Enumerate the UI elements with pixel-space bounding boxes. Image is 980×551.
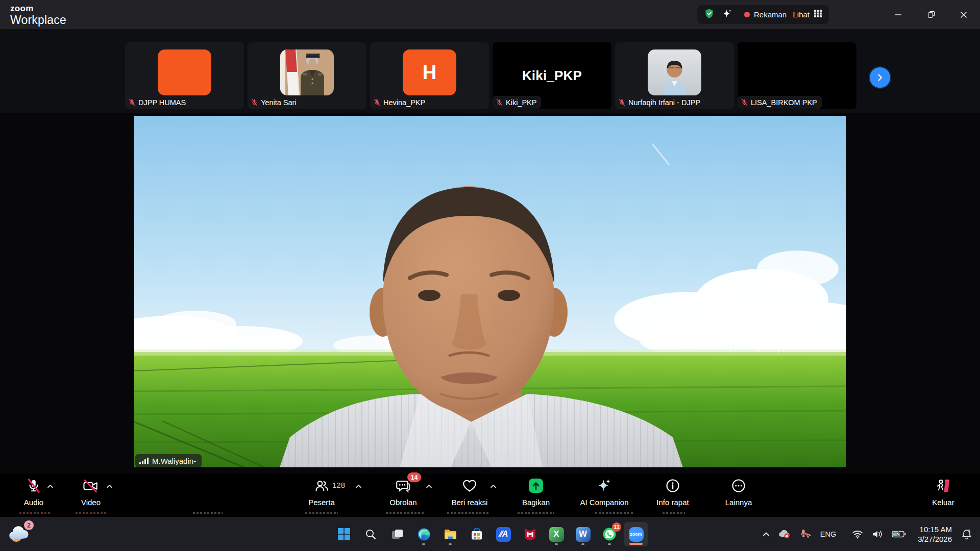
taskbar-mcafee[interactable]	[518, 522, 542, 546]
audio-options-caret[interactable]	[47, 482, 54, 491]
more-ellipsis-icon	[730, 477, 747, 494]
clipped-text-artifact	[386, 512, 425, 514]
whatsapp-badge: 11	[612, 522, 621, 532]
meeting-status-pill: Rekaman Lihat	[697, 5, 829, 24]
chat-caret[interactable]	[426, 482, 432, 491]
participants-icon	[313, 477, 330, 494]
avatar-letter: H	[423, 62, 436, 84]
meeting-info-label: Info rapat	[656, 498, 689, 507]
avatar-photo	[280, 49, 334, 95]
taskbar-weather-widget[interactable]: 2	[8, 521, 35, 547]
edge-browser-icon	[417, 528, 431, 541]
more-label: Lainnya	[725, 498, 752, 507]
chevron-right-icon	[876, 73, 884, 82]
tray-language-indicator[interactable]: ENG	[820, 530, 836, 538]
chat-unread-badge: 14	[407, 472, 421, 482]
taskbar-edge[interactable]	[411, 522, 436, 546]
word-icon: W	[576, 527, 591, 542]
participant-filmstrip: DJPP HUMAS Yenita Sari H Hevina_PKP Kiki…	[0, 29, 980, 113]
zoom-meeting-window: zoom Workplace Rekaman Lihat	[0, 0, 980, 551]
maximize-button[interactable]	[915, 0, 947, 29]
participant-tile-nurfaqih[interactable]: Nurfaqih Irfani - DJPP	[615, 42, 734, 109]
clipped-text-artifact	[447, 512, 490, 514]
next-participants-button[interactable]	[870, 67, 890, 88]
start-button[interactable]	[332, 522, 356, 546]
titlebar: zoom Workplace Rekaman Lihat	[0, 0, 980, 29]
ai-companion-label: AI Companion	[580, 498, 628, 507]
tray-onedrive-error-icon[interactable]	[778, 529, 791, 539]
windows-taskbar: 2	[0, 516, 980, 551]
mcafee-shield-icon	[524, 528, 536, 541]
minimize-button[interactable]	[882, 0, 915, 29]
clipped-text-artifact	[305, 512, 338, 514]
participant-name: Hevina_PKP	[383, 98, 425, 107]
muted-mic-icon	[25, 477, 42, 494]
info-icon	[664, 477, 681, 494]
participant-tile-kiki-pkp[interactable]: Kiki_PKP Kiki_PKP	[493, 42, 611, 109]
tray-battery-icon[interactable]	[892, 530, 906, 538]
participant-tile-hevina-pkp[interactable]: H Hevina_PKP	[370, 42, 489, 109]
recording-dot-icon	[744, 12, 750, 17]
task-view-button[interactable]	[385, 522, 409, 546]
system-tray: ENG 10:15 AM 3/27/2026 z	[763, 517, 980, 551]
close-button[interactable]	[947, 0, 980, 29]
participant-tile-yenita-sari[interactable]: Yenita Sari	[248, 42, 366, 109]
video-off-icon	[82, 477, 100, 494]
microsoft-store-icon	[470, 528, 483, 541]
tray-chevron-up-icon[interactable]	[763, 532, 770, 537]
ai-companion-icon	[596, 477, 613, 494]
taskbar-excel[interactable]: X	[544, 522, 569, 546]
zoom-app-icon: zoom	[629, 527, 644, 542]
video-options-caret[interactable]	[106, 482, 113, 491]
taskbar-clock[interactable]: 10:15 AM 3/27/2026	[918, 524, 952, 544]
taskbar-word[interactable]: W	[571, 522, 595, 546]
reactions-caret[interactable]	[490, 482, 497, 491]
svg-text:z: z	[968, 529, 970, 532]
share-label: Bagikan	[522, 498, 550, 507]
muted-mic-icon	[496, 98, 503, 106]
excel-icon: X	[549, 527, 564, 542]
participant-tile-lisa-birkom[interactable]: LISA_BIRKOM PKP	[738, 42, 856, 109]
muted-mic-icon	[251, 98, 258, 106]
tray-wifi-icon[interactable]	[852, 530, 863, 539]
taskbar-microsoft-store[interactable]	[464, 522, 489, 546]
participant-name-tag: LISA_BIRKOM PKP	[738, 96, 822, 109]
muted-mic-icon	[741, 98, 748, 106]
muted-mic-icon	[373, 98, 381, 106]
participant-name: Kiki_PKP	[506, 98, 536, 107]
ai-companion-sparkle-icon[interactable]	[722, 8, 733, 21]
avatar: H	[403, 49, 456, 95]
file-explorer-icon	[444, 528, 457, 541]
tray-volume-icon[interactable]	[872, 530, 883, 539]
speaker-video-frame	[134, 116, 846, 467]
clipped-text-artifact	[595, 512, 634, 514]
security-shield-icon[interactable]	[704, 8, 715, 21]
view-grid-icon[interactable]	[814, 9, 822, 20]
taskbar-whatsapp[interactable]: 11	[597, 522, 622, 546]
meeting-toolbar: Audio Video 128 Peserta 14 Obrolan	[0, 473, 980, 516]
blue-a-app-icon: ⫽A	[496, 527, 511, 542]
participant-name-tag: Kiki_PKP	[493, 96, 541, 109]
audio-level-icon	[139, 457, 149, 464]
avatar	[158, 49, 211, 95]
recording-label: Rekaman	[754, 10, 787, 19]
search-icon	[364, 528, 377, 540]
participant-name-tag: Hevina_PKP	[370, 96, 430, 109]
taskbar-search[interactable]	[358, 522, 383, 546]
clipped-text-artifact	[663, 512, 685, 514]
clipped-text-artifact	[193, 512, 223, 514]
audio-label: Audio	[24, 498, 43, 507]
view-label[interactable]: Lihat	[793, 10, 810, 19]
participants-label: Peserta	[308, 498, 335, 507]
taskbar-file-explorer[interactable]	[438, 522, 462, 546]
main-stage: M.Waliyadin-	[0, 113, 980, 473]
taskbar-blue-a-app[interactable]: ⫽A	[491, 522, 516, 546]
tray-mic-in-use-icon[interactable]	[799, 529, 812, 540]
participant-name-tag: Yenita Sari	[248, 96, 301, 109]
taskbar-zoom-active[interactable]: zoom	[624, 522, 648, 546]
participants-caret[interactable]	[355, 482, 362, 491]
tray-notification-bell-icon[interactable]: z	[961, 528, 973, 540]
brand-zoom: zoom	[10, 4, 66, 13]
participant-tile-djpp-humas[interactable]: DJPP HUMAS	[125, 42, 244, 109]
participant-name-tag: DJPP HUMAS	[125, 96, 190, 109]
